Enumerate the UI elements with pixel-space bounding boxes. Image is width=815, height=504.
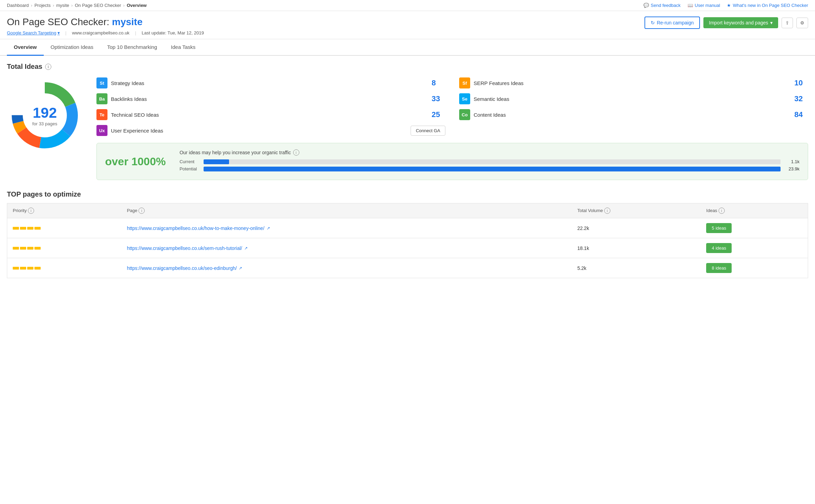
ideas-button-2[interactable]: 4 ideas <box>706 243 732 253</box>
ideas-info-icon[interactable]: i <box>719 208 725 214</box>
page-url-1: https://www.craigcampbellseo.co.uk/how-t… <box>127 225 264 231</box>
volume-info-icon[interactable]: i <box>604 208 610 214</box>
table-row: https://www.craigcampbellseo.co.uk/how-t… <box>7 218 808 238</box>
priority-bar <box>34 247 41 250</box>
send-feedback-link[interactable]: 💬 Send feedback <box>643 3 681 8</box>
total-ideas-info-icon[interactable]: i <box>45 64 51 70</box>
ideas-rows: St Strategy Ideas 8 Ba Backlinks Ideas 3… <box>96 77 808 136</box>
ideas-cell-3: 8 ideas <box>701 258 808 278</box>
content-count: 84 <box>794 110 808 119</box>
page-title-prefix: On Page SEO Checker: <box>7 17 109 27</box>
page-url-2: https://www.craigcampbellseo.co.uk/sem-r… <box>127 245 242 251</box>
col-volume: Total Volume i <box>572 203 701 218</box>
page-link-1[interactable]: https://www.craigcampbellseo.co.uk/how-t… <box>127 225 566 231</box>
potential-label: Potential <box>179 166 200 171</box>
idea-strategy: St Strategy Ideas 8 <box>96 77 445 88</box>
header-actions: ↻ Re-run campaign Import keywords and pa… <box>644 17 808 29</box>
sep-domain: | <box>65 30 66 35</box>
technical-count: 25 <box>432 110 445 119</box>
top-pages-section: TOP pages to optimize Priority i Page i … <box>7 190 808 278</box>
content-name: Content Ideas <box>474 112 791 118</box>
donut-label: for 33 pages <box>32 121 57 126</box>
tab-tasks[interactable]: Idea Tasks <box>164 39 202 56</box>
tab-optimization[interactable]: Optimization Ideas <box>44 39 100 56</box>
potential-bar-row: Potential 23.9k <box>179 166 799 171</box>
last-update: Last update: Tue, Mar 12, 2019 <box>142 30 204 35</box>
table-header-row: Priority i Page i Total Volume i Ideas i <box>7 203 808 218</box>
priority-cell-1 <box>7 218 122 238</box>
tab-benchmarking[interactable]: Top 10 Benchmarking <box>100 39 164 56</box>
ideas-left-col: St Strategy Ideas 8 Ba Backlinks Ideas 3… <box>96 77 445 136</box>
traffic-percent-container: over 1000% <box>105 155 166 168</box>
google-targeting-button[interactable]: Google Search Targeting ▾ <box>7 30 60 35</box>
priority-cell-2 <box>7 238 122 258</box>
rerun-button[interactable]: ↻ Re-run campaign <box>644 17 700 29</box>
semantic-count: 32 <box>794 94 808 103</box>
domain: www.craigcampbellseo.co.uk <box>72 30 130 35</box>
priority-bar <box>13 267 19 270</box>
ideas-button-1[interactable]: 5 ideas <box>706 223 732 233</box>
breadcrumb-dashboard[interactable]: Dashboard <box>7 3 29 8</box>
priority-info-icon[interactable]: i <box>28 208 34 214</box>
breadcrumb-tool[interactable]: On Page SEO Checker <box>75 3 121 8</box>
rerun-label: Re-run campaign <box>657 20 694 25</box>
import-button[interactable]: Import keywords and pages ▾ <box>703 17 778 28</box>
header-controls: Google Search Targeting ▾ | www.craigcam… <box>7 30 808 35</box>
page-url-3: https://www.craigcampbellseo.co.uk/seo-e… <box>127 265 237 271</box>
sep2: › <box>53 3 54 8</box>
page-cell-2: https://www.craigcampbellseo.co.uk/sem-r… <box>121 238 572 258</box>
share-button[interactable]: ⇪ <box>782 18 793 28</box>
priority-bars-2 <box>13 247 116 250</box>
send-feedback-label: Send feedback <box>651 3 681 8</box>
page-cell-1: https://www.craigcampbellseo.co.uk/how-t… <box>121 218 572 238</box>
sep-date: | <box>135 30 136 35</box>
external-link-icon: ↗ <box>244 246 248 251</box>
chat-icon: 💬 <box>643 3 649 8</box>
traffic-percent: over 1000% <box>105 155 166 168</box>
traffic-info-icon[interactable]: i <box>293 149 299 156</box>
whats-new-link[interactable]: ★ What's new in On Page SEO Checker <box>727 3 808 8</box>
star-icon: ★ <box>727 3 731 8</box>
potential-bar-track <box>204 167 781 171</box>
serp-name: SERP Features Ideas <box>474 80 791 86</box>
breadcrumb-mysite[interactable]: mysite <box>56 3 69 8</box>
priority-bar <box>27 227 33 230</box>
priority-bar <box>27 247 33 250</box>
semantic-name: Semantic Ideas <box>474 96 791 102</box>
breadcrumb-projects[interactable]: Projects <box>34 3 51 8</box>
col-priority: Priority i <box>7 203 122 218</box>
ideas-cell-2: 4 ideas <box>701 238 808 258</box>
user-manual-label: User manual <box>695 3 720 8</box>
priority-bar <box>13 227 19 230</box>
priority-bar <box>34 267 41 270</box>
gear-icon: ⚙ <box>800 20 804 25</box>
ux-name: User Experience Ideas <box>111 128 407 134</box>
chevron-down-icon: ▾ <box>770 20 773 25</box>
page-link-2[interactable]: https://www.craigcampbellseo.co.uk/sem-r… <box>127 245 566 251</box>
sep1: › <box>31 3 32 8</box>
priority-cell-3 <box>7 258 122 278</box>
strategy-count: 8 <box>432 78 445 87</box>
breadcrumb: Dashboard › Projects › mysite › On Page … <box>7 3 147 8</box>
backlinks-name: Backlinks Ideas <box>111 96 428 102</box>
ideas-button-3[interactable]: 8 ideas <box>706 263 732 273</box>
backlinks-count: 33 <box>432 94 445 103</box>
traffic-box: over 1000% Our ideas may help you increa… <box>96 143 808 180</box>
idea-content: Co Content Ideas 84 <box>459 109 808 120</box>
col-page: Page i <box>121 203 572 218</box>
tab-overview[interactable]: Overview <box>7 39 44 56</box>
page-info-icon[interactable]: i <box>138 208 145 214</box>
connect-ga-button[interactable]: Connect GA <box>411 126 445 136</box>
chevron-icon: ▾ <box>58 30 60 35</box>
priority-bars-1 <box>13 227 116 230</box>
top-pages-title: TOP pages to optimize <box>7 190 808 198</box>
user-manual-link[interactable]: 📖 User manual <box>688 3 720 8</box>
donut-center: 192 for 33 pages <box>32 105 57 126</box>
page-link-3[interactable]: https://www.craigcampbellseo.co.uk/seo-e… <box>127 265 566 271</box>
current-bar-row: Current 1.1k <box>179 159 799 164</box>
settings-button[interactable]: ⚙ <box>796 18 808 28</box>
priority-bars-3 <box>13 267 116 270</box>
tabs: Overview Optimization Ideas Top 10 Bench… <box>0 39 815 56</box>
serp-count: 10 <box>794 78 808 87</box>
priority-bar <box>13 247 19 250</box>
